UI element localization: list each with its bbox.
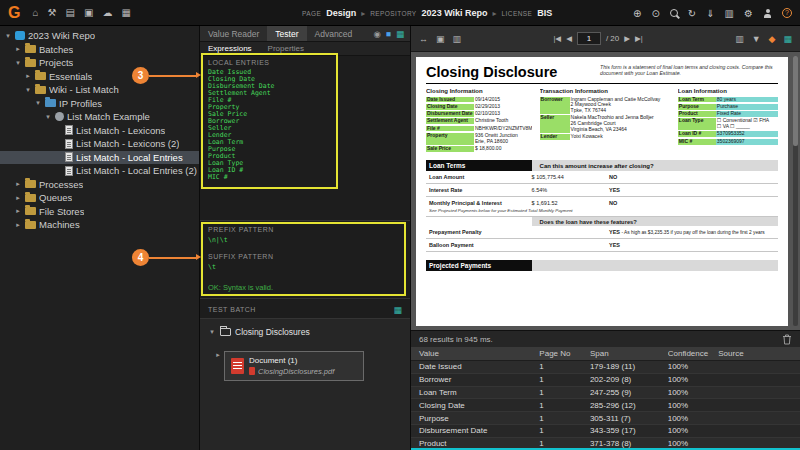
chevron-right-icon[interactable]: ▸ [14,194,22,202]
callout-4-arrow [149,257,197,259]
tree-item-file-stores[interactable]: ▸File Stores [0,205,199,219]
viewer-scrollbar-thumb[interactable] [793,56,798,146]
local-entry: MIC # [208,174,402,181]
help-icon[interactable]: ? [782,8,792,18]
tree-item-list-match-lexicons-2[interactable]: List Match - Lexicons (2) [0,137,199,151]
last-page-icon[interactable]: ▶| [635,34,643,43]
tree-item-list-match-lexicons[interactable]: List Match - Lexicons [0,124,199,138]
add-circle-icon[interactable]: ⊕ [633,8,641,19]
chevron-right-icon[interactable]: ▸ [24,72,32,80]
chevron-right-icon[interactable]: ▸ [14,180,22,188]
tree-item-list-match-example[interactable]: ▾List Match Example [0,110,199,124]
batch-document[interactable]: Document (1) ClosingDisclosures.pdf [224,351,364,381]
results-cell: 1 [539,388,590,397]
grid-teal-icon[interactable]: ▦ [783,34,792,44]
thumbnails-icon[interactable]: ▥ [453,34,462,44]
local-entries-list[interactable]: Date IssuedClosing DateDisbursement Date… [208,69,402,181]
results-cell: 100% [668,362,719,371]
loan-terms-answer: NO [609,174,778,180]
grid-icon[interactable]: ▦ [396,29,404,39]
tree-item-2023-wiki-repo[interactable]: ▾2023 Wiki Repo [0,29,199,43]
breadcrumb-page-value[interactable]: Design [326,8,356,18]
layout-icon[interactable]: ▥ [735,34,744,44]
tab-value-reader[interactable]: Value Reader [200,26,267,41]
dropdown-icon[interactable]: ▼ [752,34,761,44]
download-icon[interactable]: ⇓ [706,8,714,19]
tree-item-queues[interactable]: ▸Queues [0,191,199,205]
chevron-right-icon[interactable]: ▸ [14,207,22,215]
camera-icon[interactable]: ▣ [84,7,93,18]
refresh-icon[interactable]: ↻ [688,8,696,19]
tree-item-machines[interactable]: ▸Machines [0,218,199,232]
loan-terms-answer: NO [609,200,778,213]
gear-icon[interactable]: ⚙ [744,8,753,19]
results-row[interactable]: Borrower1202-209 (8)100% [411,374,800,387]
tree-item-list-match-local-entries[interactable]: List Match - Local Entries [0,151,199,165]
home-icon[interactable]: ⌂ [32,7,38,18]
chevron-right-icon[interactable]: ▸ [214,351,222,359]
tree-item-label: Batches [39,44,73,55]
chevron-down-icon[interactable]: ▾ [24,86,32,94]
tools-icon[interactable]: ⚒ [48,7,57,18]
tree-item-processes[interactable]: ▸Processes [0,178,199,192]
chevron-down-icon[interactable]: ▾ [14,59,22,67]
next-page-icon[interactable]: ▶ [624,34,630,43]
tab-advanced[interactable]: Advanced [307,26,361,41]
breadcrumb-license-value[interactable]: BIS [537,8,552,18]
highlight-icon[interactable]: ◆ [769,34,776,44]
batch-grid-icon[interactable]: ▦ [393,305,402,315]
results-row[interactable]: Purpose1305-311 (7)100% [411,412,800,425]
chevron-down-icon[interactable]: ▾ [34,99,42,107]
columns-icon[interactable]: ▥ [725,8,734,19]
page-number-input[interactable]: 1 [577,32,601,45]
chevron-right-icon[interactable]: ▸ [14,221,22,229]
tree-item-batches[interactable]: ▸Batches [0,43,199,57]
projected-payments-bar: Projected Payments [426,260,778,271]
chevron-down-icon[interactable]: ▾ [208,328,216,336]
suffix-pattern-input[interactable]: \t [208,264,216,271]
loan-features-header-bar: Does the loan have these features? [426,217,778,226]
results-cell: 1 [539,375,590,384]
prefix-pattern-input[interactable]: \n|\t [208,237,228,244]
batches-icon[interactable]: ▤ [65,7,74,18]
tree-item-projects[interactable]: ▾Projects [0,56,199,70]
local-entry: Loan ID # [208,167,402,174]
tree-item-label: Machines [39,219,80,230]
user-icon[interactable] [763,9,772,18]
pages-icon[interactable]: ▣ [436,34,445,44]
search-icon[interactable] [670,9,678,17]
breadcrumb-repo-value[interactable]: 2023 Wiki Repo [422,8,488,18]
subtab-expressions[interactable]: Expressions [200,44,260,53]
subtab-properties[interactable]: Properties [260,44,312,53]
stats-icon[interactable]: ▦ [121,7,130,18]
fit-width-icon[interactable]: ↔ [419,34,428,44]
tree-item-label: IP Profiles [59,98,102,109]
tree-item-wiki-list-match[interactable]: ▾Wiki - List Match [0,83,199,97]
results-row[interactable]: Loan Term1247-255 (9)100% [411,387,800,400]
batch-folder-row[interactable]: ▾ Closing Disclosures [208,325,402,339]
prev-page-icon[interactable]: ◀ [566,34,572,43]
tree-item-ip-profiles[interactable]: ▾IP Profiles [0,97,199,111]
tree-item-list-match-local-entries-2[interactable]: List Match - Local Entries (2) [0,164,199,178]
viewer-scrollbar[interactable] [793,56,798,326]
results-row[interactable]: Closing Date1285-296 (12)100% [411,399,800,412]
doc-field-label: Product [678,111,716,117]
test-batch-header: TEST BATCH [208,306,256,313]
eye-icon[interactable]: ◉ [373,29,380,39]
trash-icon[interactable] [782,334,792,345]
results-row[interactable]: Disbursement Date1343-359 (17)100% [411,425,800,438]
chevron-right-icon[interactable]: ▸ [14,45,22,53]
tree-item-label: List Match - Local Entries (2) [76,165,197,176]
document-page[interactable]: Closing Disclosure This form is a statem… [416,57,788,326]
results-row[interactable]: Date Issued1179-189 (11)100% [411,361,800,374]
grooper-logo-icon[interactable]: G [8,4,20,22]
chevron-down-icon[interactable]: ▾ [4,32,12,40]
clouds-icon[interactable]: ☁ [102,7,112,18]
chevron-down-icon[interactable]: ▾ [44,113,52,121]
first-page-icon[interactable]: |◀ [553,34,561,43]
tab-tester[interactable]: Tester [267,26,306,41]
target-circle-icon[interactable]: ⊙ [651,8,659,19]
doc-field-label: Purpose [678,104,716,110]
blue-panel-icon[interactable]: ■ [386,29,391,39]
loan-terms-row: Interest Rate6.54%YES [426,184,778,197]
